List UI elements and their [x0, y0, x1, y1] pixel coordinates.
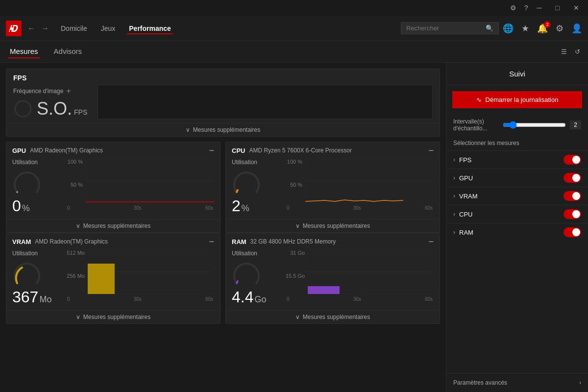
ram-chart-svg — [308, 250, 434, 294]
search-bar[interactable]: 🔍 — [401, 22, 499, 34]
vram-tag: VRAM — [12, 238, 31, 245]
cpu-chart-mid: 50 % — [286, 182, 302, 188]
measure-ram-row: › RAM — [446, 223, 588, 241]
vram-ram-row: VRAM AMD Radeon(TM) Graphics − Utilisati… — [6, 233, 440, 324]
ram-chart-top: 31 Go — [286, 250, 305, 256]
gpu-chart-area: 100 % 50 % — [66, 159, 214, 215]
vram-panel: VRAM AMD Radeon(TM) Graphics − Utilisati… — [6, 233, 220, 324]
ram-body: Utilisation 4.4 Go 31 Go — [226, 250, 440, 310]
measure-vram-row: › VRAM — [446, 187, 588, 205]
cpu-util-label: Utilisation — [232, 159, 281, 166]
chevron-down-icon-gpu: ∨ — [76, 222, 80, 229]
fps-more-button[interactable]: ∨ Mesures supplémentaires — [6, 123, 440, 136]
measure-ram-toggle[interactable] — [564, 227, 581, 237]
gear-icon[interactable]: ⚙ — [556, 23, 564, 34]
measure-fps-toggle[interactable] — [564, 155, 581, 165]
gpu-more-button[interactable]: ∨ Mesures supplémentaires — [6, 219, 220, 232]
nav-performance[interactable]: Performance — [127, 23, 173, 34]
vram-minimize-button[interactable]: − — [209, 237, 214, 246]
settings-icon[interactable]: ⚙ — [510, 4, 516, 12]
content-area: FPS Fréquence d'image + S.O. — [0, 63, 446, 392]
vram-left: Utilisation 367 Mo — [12, 250, 61, 306]
cpu-chart-area: 100 % 50 % — [286, 159, 434, 215]
vram-chart-top: 512 Mo — [66, 250, 85, 256]
gpu-chart-svg — [86, 159, 214, 203]
gpu-cpu-row: GPU AMD Radeon(TM) Graphics − Utilisatio… — [6, 142, 440, 233]
cpu-header: CPU AMD Ryzen 5 7600X 6-Core Processor − — [226, 142, 440, 159]
ram-name: 32 GB 4800 MHz DDR5 Memory — [250, 238, 336, 245]
forward-button[interactable]: → — [39, 22, 51, 35]
amd-logo — [6, 21, 22, 36]
list-view-icon[interactable]: ☰ — [561, 48, 567, 55]
globe-icon[interactable]: 🌐 — [503, 23, 514, 34]
ram-minimize-button[interactable]: − — [428, 237, 434, 246]
ram-chart-area: 31 Go 15.5 Go — [286, 250, 434, 306]
arrow-right-icon: › — [579, 379, 581, 386]
adv-params-label: Paramètres avancés — [453, 379, 507, 386]
ram-unit: Go — [254, 294, 266, 305]
vram-unit: Mo — [39, 294, 51, 305]
start-logging-label: Démarrer la journalisation — [486, 96, 559, 103]
tab-advisors[interactable]: Advisors — [52, 45, 84, 58]
interval-value: 2 — [570, 121, 581, 129]
vram-x-labels: 0 30s 60s — [66, 296, 214, 302]
measure-cpu-toggle[interactable] — [564, 209, 581, 219]
measure-cpu-expand[interactable]: › — [453, 211, 455, 218]
measure-gpu-expand[interactable]: › — [453, 174, 455, 181]
nav-domicile[interactable]: Domicile — [59, 23, 89, 34]
ram-chart-mid: 15.5 Go — [286, 273, 305, 279]
interval-slider[interactable] — [503, 121, 566, 129]
search-icon: 🔍 — [486, 24, 493, 32]
close-button[interactable]: ✕ — [568, 2, 584, 14]
vram-chart-area: 512 Mo 256 Mo — [66, 250, 214, 306]
cpu-chart-svg — [305, 159, 434, 203]
svg-point-0 — [15, 101, 31, 117]
measure-gpu-toggle[interactable] — [564, 173, 581, 183]
interval-label: Intervalle(s) d'échantillo... — [453, 118, 499, 132]
gpu-body: Utilisation 0 % 100 % — [6, 159, 220, 219]
gpu-chart-top: 100 % — [66, 159, 83, 165]
fps-chart — [98, 85, 433, 119]
measure-fps-name: FPS — [459, 156, 560, 164]
vram-more-button[interactable]: ∨ Mesures supplémentaires — [6, 310, 220, 323]
measure-gpu-row: › GPU — [446, 169, 588, 187]
star-icon[interactable]: ★ — [521, 23, 529, 34]
nav-jeux[interactable]: Jeux — [99, 23, 118, 34]
profile-icon[interactable]: 👤 — [571, 23, 582, 34]
minimize-button[interactable]: ─ — [532, 2, 547, 14]
cpu-minimize-button[interactable]: − — [428, 146, 434, 155]
toggle-fps-knob — [572, 156, 580, 164]
start-logging-button[interactable]: ∿ Démarrer la journalisation — [452, 91, 582, 108]
titlebar: ⚙ ? ─ □ ✕ — [0, 0, 588, 16]
measure-fps-row: › FPS — [446, 150, 588, 169]
nav-right-icons: 🌐 ★ 🔔 2 ⚙ 👤 — [503, 23, 582, 34]
toggle-cpu-knob — [572, 210, 580, 218]
add-fps-icon[interactable]: + — [66, 87, 71, 96]
ram-more-button[interactable]: ∨ Mesures supplémentaires — [226, 310, 440, 323]
advanced-params-button[interactable]: Paramètres avancés › — [446, 373, 588, 392]
measure-vram-expand[interactable]: › — [453, 193, 455, 199]
search-input[interactable] — [406, 24, 483, 32]
ram-header: RAM 32 GB 4800 MHz DDR5 Memory − — [226, 233, 440, 250]
vram-chart-svg — [88, 250, 214, 294]
gpu-minimize-button[interactable]: − — [209, 146, 214, 155]
measure-ram-expand[interactable]: › — [453, 229, 455, 236]
refresh-icon[interactable]: ↺ — [575, 48, 580, 55]
vram-chart-mid: 256 Mo — [66, 273, 85, 279]
nav-links: Domicile Jeux Performance — [59, 23, 173, 34]
chart-icon: ∿ — [476, 96, 482, 103]
cpu-more-button[interactable]: ∨ Mesures supplémentaires — [226, 219, 440, 232]
back-button[interactable]: ← — [25, 22, 37, 35]
bell-icon[interactable]: 🔔 2 — [537, 23, 548, 34]
measure-vram-toggle[interactable] — [564, 191, 581, 201]
maximize-button[interactable]: □ — [551, 2, 564, 14]
gpu-x-labels: 0 30s 60s — [66, 205, 214, 211]
sidebar-title: Suivi — [446, 63, 588, 85]
gpu-header: GPU AMD Radeon(TM) Graphics − — [6, 142, 220, 159]
cpu-panel: CPU AMD Ryzen 5 7600X 6-Core Processor −… — [225, 142, 440, 233]
help-icon[interactable]: ? — [524, 4, 528, 12]
interval-row: Intervalle(s) d'échantillo... 2 — [446, 114, 588, 136]
freq-image-label: Fréquence d'image — [13, 88, 63, 95]
tab-mesures[interactable]: Mesures — [8, 45, 40, 58]
measure-fps-expand[interactable]: › — [453, 156, 455, 163]
